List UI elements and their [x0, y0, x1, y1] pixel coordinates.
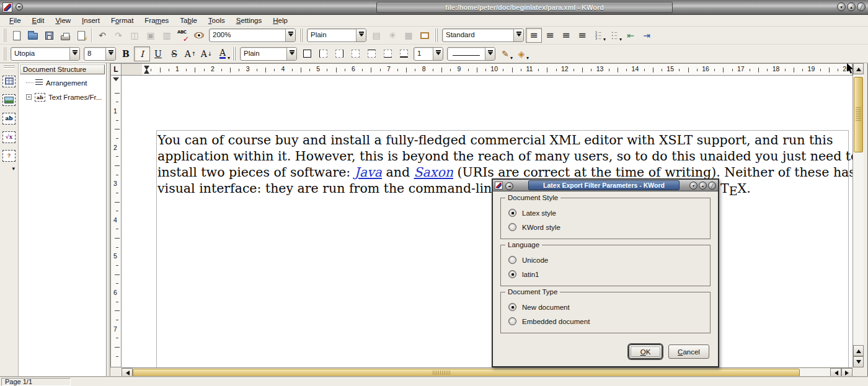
- raise-frame-button[interactable]: ▥: [159, 28, 175, 43]
- vertical-scrollbar[interactable]: [852, 63, 864, 367]
- frame-style-select[interactable]: Plain: [240, 47, 297, 61]
- zoom-select-arrow-icon[interactable]: [285, 29, 295, 42]
- superscript-button[interactable]: A↑: [182, 46, 198, 61]
- menu-settings[interactable]: Settings: [231, 16, 268, 25]
- tree-expander[interactable]: +: [26, 94, 32, 100]
- radio-kword-style[interactable]: KWord style: [508, 220, 710, 234]
- window-titlebar[interactable]: file:/home/peter/doc/beginlatex/para.xml…: [0, 0, 868, 15]
- scroll-left-button[interactable]: [122, 368, 133, 377]
- font-color-dropdown-arrow-icon[interactable]: ▾: [228, 56, 230, 61]
- minimize-button[interactable]: ▾: [689, 182, 698, 190]
- scroll-right-button[interactable]: [841, 368, 852, 377]
- delete-frame-button[interactable]: ▣: [143, 28, 159, 43]
- save-document-button[interactable]: [41, 28, 57, 43]
- print-preview-button[interactable]: ⚡: [73, 28, 89, 43]
- toolbar-handle[interactable]: [232, 47, 236, 61]
- top-margin-marker[interactable]: [113, 77, 119, 84]
- radio-latex-style[interactable]: Latex style: [508, 206, 710, 220]
- scroll-left-button-right[interactable]: [830, 368, 841, 377]
- toolbar-handle[interactable]: [3, 29, 7, 42]
- redo-button[interactable]: ↷: [110, 28, 126, 43]
- toolbar-handle[interactable]: [299, 29, 303, 42]
- document-canvas[interactable]: You can of course buy and install a full…: [122, 76, 852, 367]
- subscript-button[interactable]: A↓: [198, 46, 215, 61]
- font-family-select[interactable]: Utopia: [11, 47, 80, 61]
- scroll-up-button[interactable]: [853, 63, 864, 74]
- tree-item-arrangement[interactable]: Arrangement: [19, 76, 106, 90]
- radio-indicator[interactable]: [508, 223, 516, 231]
- font-color-button[interactable]: A▾: [215, 46, 231, 61]
- close-button[interactable]: ╱: [857, 2, 866, 11]
- increase-indent-button[interactable]: ⇥: [639, 28, 655, 43]
- border-color-button[interactable]: ✎▾: [497, 46, 513, 61]
- border-outline-button[interactable]: [299, 46, 315, 61]
- insert-variable-button[interactable]: ✳: [384, 28, 401, 43]
- autocorrection-button[interactable]: [191, 28, 207, 43]
- border-style-select[interactable]: [447, 47, 495, 61]
- radio-unicode[interactable]: Unicode: [508, 253, 710, 267]
- spellcheck-button[interactable]: ABC✓: [175, 28, 191, 43]
- align-center-button[interactable]: ≡: [542, 28, 558, 43]
- maximize-button[interactable]: ▴: [847, 2, 856, 11]
- insert-expression-button[interactable]: ▦: [401, 28, 417, 43]
- italic-button[interactable]: I: [134, 46, 150, 61]
- frame-style-select-arrow-icon[interactable]: [286, 48, 296, 60]
- horizontal-scrollbar[interactable]: [122, 367, 852, 377]
- border-width-select-arrow-icon[interactable]: [433, 48, 443, 60]
- border-bottom-button[interactable]: [379, 46, 396, 61]
- open-document-button[interactable]: [25, 28, 41, 43]
- align-justify-button[interactable]: ≡: [574, 28, 590, 43]
- close-button[interactable]: ╱: [708, 182, 716, 190]
- scroll-down-button[interactable]: [853, 356, 864, 367]
- border-left-button[interactable]: [315, 46, 331, 61]
- background-color-button[interactable]: ◈▾: [513, 46, 529, 61]
- minimize-button[interactable]: ▾: [837, 2, 846, 11]
- menu-tools[interactable]: Tools: [203, 16, 231, 25]
- decrease-indent-button[interactable]: ⇤: [622, 28, 639, 43]
- scroll-up-button-bottom[interactable]: [853, 345, 864, 356]
- font-family-select-arrow-icon[interactable]: [69, 48, 79, 60]
- kword-app-icon[interactable]: [2, 2, 12, 12]
- vertical-ruler[interactable]: 1234567: [110, 76, 122, 367]
- radio-latin1[interactable]: latin1: [508, 267, 710, 281]
- horizontal-ruler[interactable]: 1234567891011121314151617181920: [122, 63, 852, 76]
- paragraph-style-select-arrow-icon[interactable]: [356, 29, 366, 42]
- insert-object-button[interactable]: ?: [1, 147, 17, 164]
- toolbar-handle[interactable]: [3, 47, 7, 61]
- toolbar-handle[interactable]: [435, 29, 438, 42]
- numbered-list-button[interactable]: 1 —2 —3 —▾: [590, 28, 606, 43]
- bullet-list-button[interactable]: • —• —• —▾: [606, 28, 622, 43]
- font-size-select-arrow-icon[interactable]: [105, 48, 115, 60]
- dialog-titlebar[interactable]: Latex Export Filter Parameters - KWord ▾…: [493, 180, 718, 191]
- radio-new-document[interactable]: New document: [508, 300, 710, 314]
- align-right-button[interactable]: ≡: [558, 28, 574, 43]
- list-style-select[interactable]: Standard: [442, 29, 524, 42]
- menu-format[interactable]: Format: [105, 16, 139, 25]
- border-style-select-arrow-icon[interactable]: [485, 48, 495, 60]
- new-document-button[interactable]: [9, 28, 25, 43]
- align-left-button[interactable]: ≡: [526, 28, 542, 43]
- menu-insert[interactable]: Insert: [76, 16, 105, 25]
- insert-text-frame-button[interactable]: ab: [1, 110, 17, 126]
- print-document-button[interactable]: [57, 28, 73, 43]
- ok-button[interactable]: OK: [629, 344, 662, 359]
- hyperlink-java[interactable]: Java: [355, 165, 382, 180]
- radio-embedded-document[interactable]: Embedded document: [508, 314, 710, 328]
- border-top-button[interactable]: [363, 46, 379, 61]
- radio-indicator[interactable]: [508, 256, 516, 264]
- toolbar-handle[interactable]: [4, 64, 15, 69]
- cancel-button[interactable]: Cancel: [668, 344, 709, 359]
- tree-item-text-frames-fr[interactable]: +abText Frames/Fr...: [19, 90, 106, 104]
- border-right-button[interactable]: [331, 46, 347, 61]
- tab-type-selector[interactable]: L: [110, 63, 122, 76]
- toolbar-extension-arrow-icon[interactable]: ▾: [12, 165, 15, 172]
- insert-footnote-button[interactable]: ▤: [368, 28, 384, 43]
- underline-button[interactable]: U: [150, 46, 166, 61]
- radio-indicator[interactable]: [508, 303, 516, 311]
- insert-table-button[interactable]: [1, 73, 17, 89]
- menu-edit[interactable]: Edit: [27, 16, 50, 25]
- numbered-list-dropdown-arrow-icon[interactable]: ▾: [603, 37, 606, 42]
- insert-formula-button[interactable]: √x: [1, 129, 17, 145]
- menu-help[interactable]: Help: [267, 16, 293, 25]
- horizontal-scroll-thumb[interactable]: [133, 369, 800, 377]
